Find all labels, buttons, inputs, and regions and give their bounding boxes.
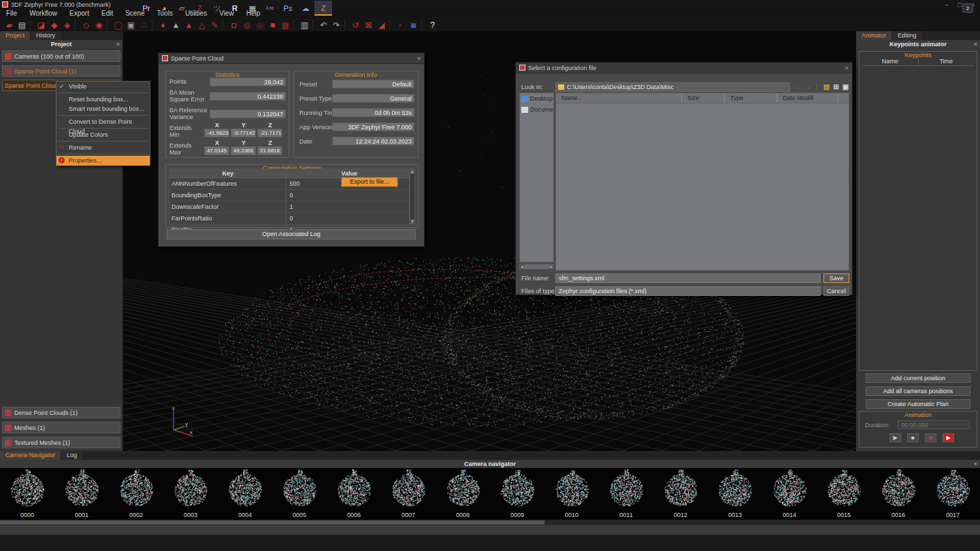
zephyr-red-icon[interactable]: Z	[191, 1, 208, 16]
place-desktop[interactable]: Desktop	[520, 93, 553, 104]
project-panel-close-icon[interactable]: ×	[116, 40, 120, 48]
new-folder-icon[interactable]: ▨	[822, 82, 831, 91]
gimp-icon[interactable]: ツ	[208, 1, 226, 16]
mesh-wizard-icon[interactable]: ◇	[80, 20, 93, 31]
play-icon[interactable]: ▶	[889, 433, 901, 442]
tab-history[interactable]: History	[31, 31, 61, 40]
scroll-right-icon[interactable]: ►	[549, 265, 553, 269]
keypoints-col-time[interactable]: Time	[919, 57, 975, 65]
tab-project[interactable]: Project	[0, 31, 30, 40]
video-camera-icon[interactable]: ◘	[227, 20, 240, 31]
menu-workflow[interactable]: Workflow	[23, 9, 63, 18]
camera-thumbnail-0005[interactable]: 0005	[272, 468, 327, 520]
chrome-icon[interactable]: ◕	[155, 1, 173, 16]
loading-circle-icon[interactable]: ◯	[112, 20, 125, 31]
zephyr-active-icon[interactable]: Z	[314, 1, 332, 16]
notification-icon[interactable]: 2	[962, 3, 973, 13]
camera-thumbnail-0003[interactable]: 0003	[163, 468, 218, 520]
column-size[interactable]: Size	[682, 93, 725, 103]
save-project-icon[interactable]: ▤	[16, 20, 29, 31]
menu-edit[interactable]: Edit	[95, 9, 119, 18]
premiere-icon[interactable]: Pr	[137, 1, 155, 16]
camera-thumbnail-0017[interactable]: 0017	[926, 468, 980, 520]
stop-icon[interactable]: ■	[907, 433, 919, 442]
camera-thumbnail-0009[interactable]: 0009	[490, 468, 544, 520]
context-menu-update-colors[interactable]: Update Colors	[56, 130, 150, 139]
lightroom-icon[interactable]: Lrc	[261, 1, 279, 16]
mesh-solid-icon[interactable]: ▲	[169, 20, 182, 31]
scroll-left-icon[interactable]: ◄	[520, 265, 524, 269]
paint-brush-icon[interactable]: ✎	[208, 20, 221, 31]
detail-view-icon[interactable]: ▣	[841, 82, 850, 91]
place-documents[interactable]: Documents	[520, 104, 553, 115]
computation-row[interactable]: FarPointsRatio0	[169, 213, 409, 224]
cube-solid-icon[interactable]: ■	[266, 20, 279, 31]
camera-thumbnail-0013[interactable]: 0013	[708, 468, 762, 520]
camera-thumbnail-0015[interactable]: 0015	[817, 468, 871, 520]
r-app-icon[interactable]: R	[226, 1, 244, 16]
camera-thumbnail-0002[interactable]: 0002	[109, 468, 163, 520]
light-bulb-icon[interactable]: ♦	[157, 20, 169, 31]
scroll-down-icon[interactable]: ▼	[410, 219, 414, 224]
file-dialog-close-icon[interactable]: ×	[845, 65, 849, 71]
steam-icon[interactable]: ☁	[297, 1, 314, 16]
column-name[interactable]: Name ▴	[556, 93, 682, 103]
draw-tool-icon[interactable]: ◢	[375, 20, 388, 31]
context-menu-convert-to-dense-point-cloud[interactable]: Convert to Dense Point Cloud	[56, 117, 150, 127]
tab-animator[interactable]: Animator	[856, 31, 892, 40]
camera-thumbnail-0010[interactable]: 0010	[544, 468, 599, 520]
undo-icon[interactable]: ↶	[317, 20, 330, 31]
computation-table-scrollbar[interactable]: ▲ ▼	[410, 169, 415, 224]
menu-export[interactable]: Export	[63, 9, 95, 18]
tab-log[interactable]: Log	[61, 451, 82, 460]
look-in-combo[interactable]: C:\Users\conta\Desktop\Z3D Data\Misc	[555, 82, 790, 92]
menu-file[interactable]: File	[0, 9, 23, 18]
file-list[interactable]: Name ▴SizeTypeDate Modifi	[555, 93, 849, 271]
photoshop-icon[interactable]: Ps	[279, 1, 297, 16]
sphere-wire-2-icon[interactable]: ◎	[253, 20, 266, 31]
column-key[interactable]: Key	[169, 169, 287, 178]
context-menu-smart-reset-bounding-box-[interactable]: Smart reset bounding box...	[56, 104, 150, 114]
context-menu-visible[interactable]: ✓Visible	[56, 82, 150, 91]
open-project-icon[interactable]: ▰	[3, 20, 16, 31]
camera-thumbnail-0004[interactable]: 0004	[218, 468, 272, 520]
camera-thumbnail-0000[interactable]: 0000	[0, 468, 54, 520]
back-icon[interactable]: ←	[794, 82, 802, 91]
camera-navigator-close-icon[interactable]: ×	[974, 460, 977, 468]
camera-thumbnail-0006[interactable]: 0006	[327, 468, 381, 520]
save-button[interactable]: Save	[823, 273, 849, 283]
add-current-position-button[interactable]: Add current position	[866, 373, 970, 383]
context-menu-reset-bounding-box-[interactable]: Reset bounding box...	[56, 95, 150, 104]
thumbnail-scrollbar[interactable]	[0, 520, 980, 525]
copy-clipboard-icon[interactable]: ▥	[298, 20, 311, 31]
maximize-button[interactable]: □	[958, 1, 961, 8]
import-pictures-icon[interactable]: ◪	[35, 20, 48, 31]
minimize-button[interactable]: –	[945, 1, 948, 8]
export-to-file-button[interactable]: Export to file...	[341, 177, 398, 187]
bounding-box-icon[interactable]: ▫	[394, 20, 407, 31]
list-view-icon[interactable]: ⊞	[832, 82, 840, 91]
files-of-type-select[interactable]: Zephyr configuration files (*.xml)	[555, 286, 821, 296]
scene-structure-icon[interactable]: ∴	[137, 20, 150, 31]
column-date-modifi[interactable]: Date Modifi	[777, 93, 838, 103]
tree-item-textured-meshes-1-[interactable]: Textured Meshes (1)	[2, 437, 120, 448]
file-explorer-icon[interactable]: ▱	[173, 1, 191, 16]
forward-icon[interactable]: →	[803, 82, 812, 91]
camera-capture-icon[interactable]: ◉	[93, 20, 105, 31]
computation-row[interactable]: BoundingBoxType0	[169, 190, 409, 201]
dense-cloud-wizard-icon[interactable]: ◈	[61, 20, 74, 31]
tree-item-meshes-1-[interactable]: Meshes (1)	[2, 422, 120, 433]
up-icon[interactable]: ↑	[813, 82, 821, 91]
tab-editing[interactable]: Editing	[892, 31, 922, 40]
column-type[interactable]: Type	[725, 93, 777, 103]
computation-row[interactable]: DownscaleFactor1	[169, 201, 409, 213]
context-menu-properties-[interactable]: !Properties...	[56, 156, 150, 165]
3df-logo-icon[interactable]: ◙	[407, 20, 420, 31]
window-app-icon[interactable]: ▦	[244, 1, 261, 16]
tree-item-cameras-100-out-of-100-[interactable]: Cameras (100 out of 100)	[2, 50, 120, 62]
camera-thumbnail-0014[interactable]: 0014	[762, 468, 817, 520]
context-menu-rename[interactable]: ✎Rename	[56, 143, 150, 152]
cube-wire-icon[interactable]: ▩	[279, 20, 292, 31]
camera-thumbnail-0008[interactable]: 0008	[436, 468, 490, 520]
camera-thumbnail-0011[interactable]: 0011	[599, 468, 653, 520]
